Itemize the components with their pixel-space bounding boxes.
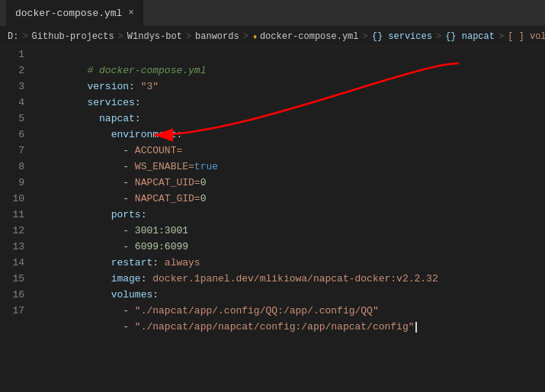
breadcrumb-windys[interactable]: W1ndys-bot	[127, 31, 182, 42]
line-num-6: 6	[0, 127, 24, 143]
line-numbers: 1 2 3 4 5 6 7 8 9 10 11 12 13 14 15 16 1…	[0, 47, 32, 392]
breadcrumb-sep-1: >	[22, 31, 27, 42]
breadcrumb-file-icon: ⬧	[252, 31, 258, 42]
line-num-16: 16	[0, 287, 24, 303]
line-num-13: 13	[0, 239, 24, 255]
breadcrumb-volumes[interactable]: [ ] volumes	[508, 31, 545, 42]
line-num-4: 4	[0, 95, 24, 111]
tab-label: docker-compose.yml	[15, 8, 122, 19]
breadcrumb-services[interactable]: {} services	[372, 31, 432, 42]
title-bar: docker-compose.yml ×	[0, 0, 545, 27]
text-cursor	[415, 322, 417, 333]
breadcrumb-napcat[interactable]: {} napcat	[445, 31, 495, 42]
breadcrumb-sep-6: >	[436, 31, 441, 42]
line-num-15: 15	[0, 271, 24, 287]
editor-area: 1 2 3 4 5 6 7 8 9 10 11 12 13 14 15 16 1…	[0, 47, 545, 392]
line-num-7: 7	[0, 143, 24, 159]
line-num-8: 8	[0, 159, 24, 175]
line-num-9: 9	[0, 175, 24, 191]
code-line-1: # docker-compose.yml	[40, 47, 545, 63]
line-num-14: 14	[0, 255, 24, 271]
breadcrumb-sep-3: >	[186, 31, 191, 42]
breadcrumb-sep-7: >	[499, 31, 504, 42]
line-num-5: 5	[0, 111, 24, 127]
line-num-11: 11	[0, 207, 24, 223]
editor-tab[interactable]: docker-compose.yml ×	[6, 0, 143, 27]
line-num-2: 2	[0, 63, 24, 79]
tab-close-button[interactable]: ×	[128, 8, 133, 18]
line-num-10: 10	[0, 191, 24, 207]
line-num-17: 17	[0, 303, 24, 319]
breadcrumb-filename[interactable]: docker-compose.yml	[260, 31, 359, 42]
breadcrumb-banwords[interactable]: banwords	[195, 31, 239, 42]
breadcrumb-sep-5: >	[363, 31, 368, 42]
breadcrumb-github[interactable]: Github-projects	[32, 31, 114, 42]
breadcrumb-bar: D: > Github-projects > W1ndys-bot > banw…	[0, 27, 545, 47]
line-num-1: 1	[0, 47, 24, 63]
line-num-12: 12	[0, 223, 24, 239]
code-area[interactable]: # docker-compose.yml version: "3" servic…	[32, 47, 545, 392]
breadcrumb-sep-2: >	[118, 31, 123, 42]
breadcrumb-sep-4: >	[243, 31, 248, 42]
breadcrumb-d: D:	[8, 31, 18, 42]
line-num-3: 3	[0, 79, 24, 95]
